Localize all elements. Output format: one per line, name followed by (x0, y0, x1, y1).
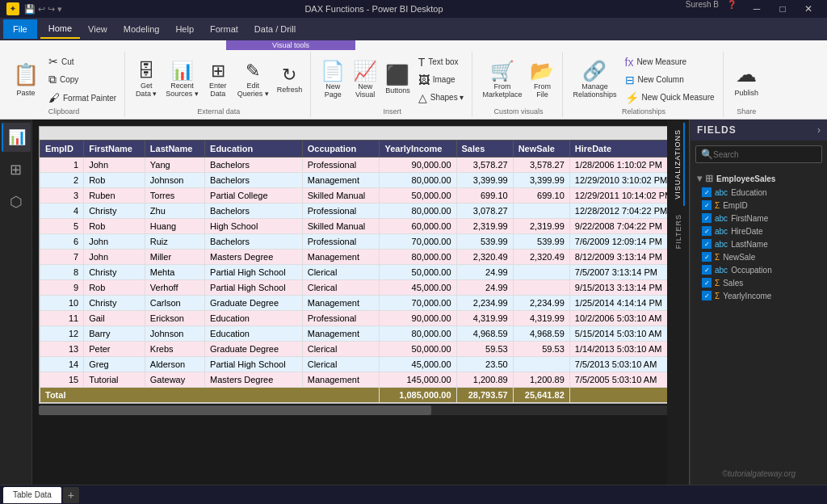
field-type-icon: Σ (715, 292, 720, 300)
publish-btn[interactable]: ☁ Publish (730, 61, 764, 99)
data-view-btn[interactable]: ⊞ (2, 155, 31, 184)
table-cell: 9 (40, 280, 84, 296)
table-cell: 3,399.99 (513, 173, 569, 188)
new-visual-btn[interactable]: 📈 NewVisual (350, 60, 380, 100)
insert-col: T Text box 🖼 Image △ Shapes ▾ (415, 54, 468, 106)
manage-relationships-btn[interactable]: 🔗 ManageRelationships (569, 60, 619, 100)
field-item[interactable]: ✓abcOccupation (695, 263, 822, 276)
clipboard-label: Clipboard (8, 106, 120, 116)
maximize-btn[interactable]: □ (770, 0, 795, 18)
filters-tab[interactable]: FILTERS (673, 208, 684, 255)
table-row: 14GregAldersonPartial High SchoolClerica… (40, 357, 668, 372)
table-data-tab[interactable]: Table Data (3, 487, 61, 503)
field-item[interactable]: ✓abcFirstName (695, 212, 822, 225)
field-checkbox[interactable]: ✓ (702, 239, 712, 249)
copy-btn[interactable]: ⧉ Copy (45, 71, 120, 88)
table-cell: 2 (40, 173, 84, 188)
help-menu[interactable]: Help (167, 19, 202, 39)
field-item[interactable]: ✓ΣEmpID (695, 199, 822, 212)
field-checkbox[interactable]: ✓ (702, 200, 712, 210)
from-file-btn[interactable]: 📂 FromFile (527, 60, 557, 100)
file-menu[interactable]: File (3, 19, 37, 39)
table-grid-icon: ⊞ (705, 173, 713, 184)
field-checkbox[interactable]: ✓ (702, 213, 712, 223)
table-cell: Partial High School (205, 265, 303, 280)
col-yearlyincome: YearlyIncome (380, 141, 456, 158)
field-checkbox[interactable]: ✓ (702, 265, 712, 275)
recent-sources-btn[interactable]: 📊 RecentSources ▾ (162, 61, 202, 99)
table-cell: Krebs (145, 342, 204, 357)
recent-sources-icon: 📊 (171, 62, 193, 80)
h-scrollbar[interactable] (39, 405, 667, 415)
table-cell: 145,000.00 (380, 372, 456, 388)
table-cell (513, 280, 569, 296)
share-group: ☁ Publish Share (725, 52, 769, 117)
refresh-label: Refresh (277, 86, 303, 94)
field-type-icon: Σ (715, 201, 720, 210)
table-cell: 7/5/2005 5:03:10 AM (569, 372, 667, 388)
app-icon: ✦ (6, 2, 19, 15)
fields-expand-icon[interactable]: › (817, 124, 821, 136)
minimize-btn[interactable]: ─ (745, 0, 769, 18)
h-scrollbar-thumb[interactable] (39, 405, 431, 415)
field-item[interactable]: ✓abcHireDate (695, 225, 822, 237)
external-data-label: External data (132, 106, 305, 116)
field-checkbox[interactable]: ✓ (702, 187, 712, 197)
format-painter-btn[interactable]: 🖌 Format Painter (45, 90, 120, 106)
new-measure-label: New Measure (636, 57, 686, 66)
image-label: Image (433, 75, 455, 84)
enter-data-btn[interactable]: ⊞ EnterData (204, 61, 233, 99)
edit-queries-btn[interactable]: ✎ EditQueries ▾ (234, 61, 272, 99)
model-view-btn[interactable]: ⬡ (2, 187, 31, 216)
new-quick-measure-btn[interactable]: ⚡ New Quick Measure (622, 90, 718, 106)
field-item[interactable]: ✓ΣNewSale (695, 250, 822, 263)
field-item[interactable]: ✓ΣYearlyIncome (695, 289, 822, 302)
modeling-menu[interactable]: Modeling (115, 19, 168, 39)
table-row: 5RobHuangHigh SchoolSkilled Manual60,000… (40, 219, 668, 234)
format-menu[interactable]: Format (202, 19, 246, 39)
field-checkbox[interactable]: ✓ (702, 291, 712, 300)
table-cell: Management (302, 372, 380, 388)
new-column-label: New Column (638, 75, 684, 84)
field-type-icon: abc (715, 214, 728, 223)
new-page-icon: 📄 (321, 61, 345, 81)
visualizations-tab[interactable]: VISUALIZATIONS (672, 123, 685, 206)
field-checkbox[interactable]: ✓ (702, 278, 712, 288)
search-box[interactable]: 🔍 (695, 145, 822, 163)
field-item[interactable]: ✓ΣSales (695, 276, 822, 289)
data-drill-menu[interactable]: Data / Drill (246, 19, 304, 39)
table-row: 10ChristyCarlsonGraduate DegreeManagemen… (40, 296, 668, 311)
search-input[interactable] (713, 150, 817, 159)
field-label: YearlyIncome (723, 292, 771, 300)
table-cell: Johnson (145, 173, 204, 188)
field-item[interactable]: ✓abcEducation (695, 186, 822, 199)
field-item[interactable]: ✓abcLastName (695, 237, 822, 250)
table-cell: Partial College (205, 188, 303, 204)
refresh-btn[interactable]: ↻ Refresh (274, 65, 306, 95)
table-cell: 539.99 (456, 234, 513, 250)
fields-list: ✓abcEducation✓ΣEmpID✓abcFirstName✓abcHir… (695, 186, 822, 302)
image-btn[interactable]: 🖼 Image (415, 72, 468, 88)
cut-btn[interactable]: ✂ Cut (45, 53, 120, 69)
table-cell: Rob (84, 173, 145, 188)
shapes-btn[interactable]: △ Shapes ▾ (415, 90, 468, 106)
table-cell: 9/15/2013 3:13:14 PM (569, 280, 667, 296)
field-checkbox[interactable]: ✓ (702, 226, 712, 236)
field-checkbox[interactable]: ✓ (702, 252, 712, 262)
new-page-btn[interactable]: 📄 NewPage (317, 60, 348, 100)
new-column-btn[interactable]: ⊟ New Column (622, 72, 718, 88)
get-data-btn[interactable]: 🗄 GetData ▾ (132, 61, 161, 99)
buttons-btn[interactable]: ⬛ Buttons (382, 64, 414, 96)
canvas-area[interactable]: ⋯ ⤢ EmpID FirstName LastName Education O… (32, 120, 667, 485)
text-box-btn[interactable]: T Text box (415, 54, 468, 70)
from-marketplace-btn[interactable]: 🛒 FromMarketplace (479, 60, 525, 100)
paste-btn[interactable]: 📋 Paste (8, 61, 44, 99)
add-tab-btn[interactable]: + (63, 487, 79, 503)
report-view-btn[interactable]: 📊 (2, 123, 31, 152)
close-btn[interactable]: ✕ (796, 0, 821, 18)
new-measure-btn[interactable]: fx New Measure (622, 54, 718, 70)
table-row: 8ChristyMehtaPartial High SchoolClerical… (40, 265, 668, 280)
fields-table-header[interactable]: ▾ ⊞ EmployeeSales (695, 171, 822, 186)
view-menu[interactable]: View (80, 19, 115, 39)
home-menu[interactable]: Home (40, 19, 80, 39)
